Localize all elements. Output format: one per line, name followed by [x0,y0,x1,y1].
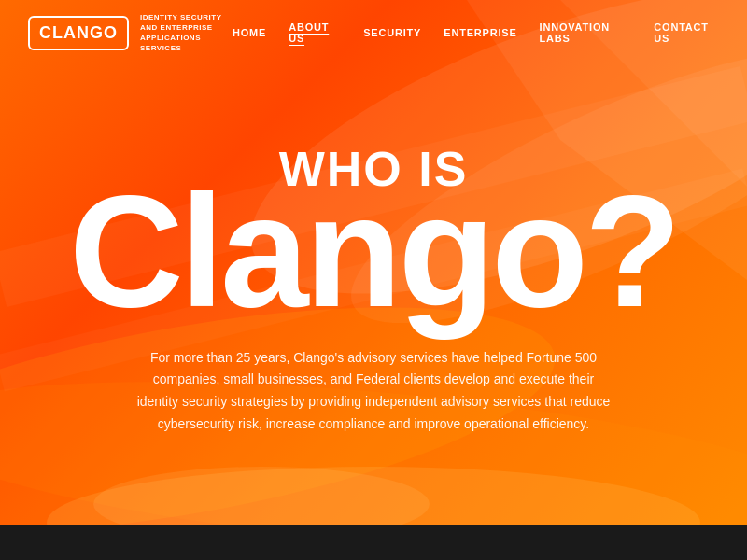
nav-item-about-us[interactable]: ABOUT US [289,21,341,44]
page-wrapper: CLANGO IDENTITY SECURITY AND ENTERPRISE … [0,0,747,560]
footer-bar [0,525,747,560]
logo-area: CLANGO IDENTITY SECURITY AND ENTERPRISE … [28,12,233,54]
nav-item-contact-us[interactable]: CONTACT US [654,21,719,44]
logo[interactable]: CLANGO [28,16,129,50]
header: CLANGO IDENTITY SECURITY AND ENTERPRISE … [0,0,747,65]
logo-tagline: IDENTITY SECURITY AND ENTERPRISE APPLICA… [140,12,233,54]
nav-item-home[interactable]: HOME [233,27,266,38]
tagline-line3: APPLICATIONS SERVICES [140,33,233,53]
brand-name: Clango? [69,184,678,319]
tagline-line1: IDENTITY SECURITY [140,12,233,22]
hero-description: For more than 25 years, Clango's advisor… [131,347,616,436]
nav-item-enterprise[interactable]: ENTERPRISE [444,27,516,38]
main-nav: HOMEABOUT USSECURITYENTERPRISEINNOVATION… [233,21,719,44]
nav-item-innovation-labs[interactable]: INNOVATION LABS [540,21,632,44]
hero-section: WHO IS Clango? For more than 25 years, C… [0,56,747,525]
tagline-line2: AND ENTERPRISE [140,22,233,33]
logo-text: CLANGO [39,23,118,42]
nav-item-security[interactable]: SECURITY [363,27,421,38]
